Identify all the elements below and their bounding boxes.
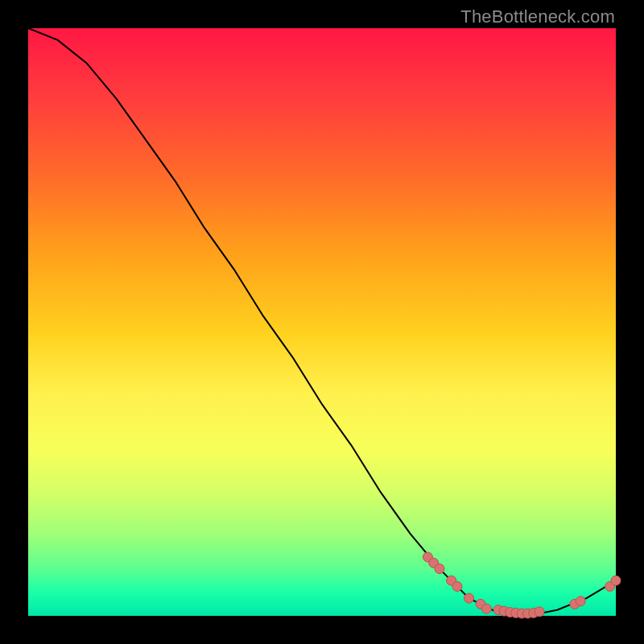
chart-frame: TheBottleneck.com [0, 0, 644, 644]
watermark-text: TheBottleneck.com [460, 6, 615, 27]
data-point [435, 564, 444, 574]
bottleneck-curve [28, 28, 616, 616]
data-point [481, 604, 491, 613]
data-point [611, 576, 621, 585]
data-point [464, 593, 474, 603]
chart-overlay [28, 28, 616, 616]
curve-markers [423, 552, 621, 618]
data-point [452, 582, 462, 592]
data-point [535, 607, 544, 617]
data-point [576, 597, 585, 606]
